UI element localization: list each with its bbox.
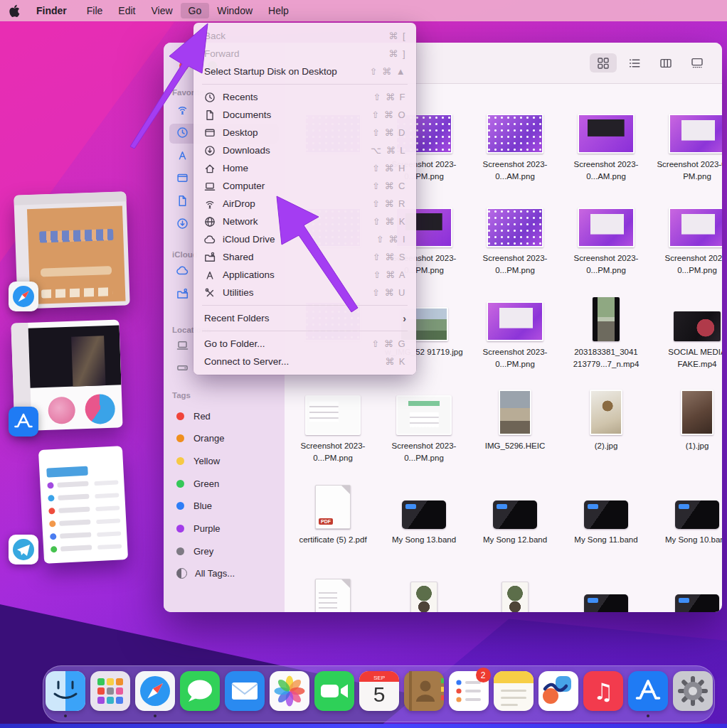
- sidebar-all-tags[interactable]: All Tags...: [169, 564, 279, 583]
- menu-item-applications[interactable]: Applications⇧ ⌘ A: [193, 266, 416, 284]
- menu-item-utilities[interactable]: Utilities⇧ ⌘ U: [193, 284, 416, 301]
- file-item[interactable]: [469, 567, 561, 612]
- file-item[interactable]: Screenshot 2023-0...PM.png: [287, 380, 378, 473]
- file-item[interactable]: Screenshot 2023-0...PM.png: [378, 380, 469, 473]
- dock: SEP52♫: [43, 665, 715, 722]
- menubar-item-edit[interactable]: Edit: [110, 3, 143, 18]
- computer-icon: [204, 181, 223, 192]
- file-item[interactable]: [378, 567, 469, 612]
- file-thumbnail: [469, 98, 561, 154]
- dock-notes-icon[interactable]: [493, 671, 534, 718]
- file-thumbnail: [561, 473, 652, 529]
- menu-item-back[interactable]: Back⌘ [: [193, 27, 416, 45]
- file-item[interactable]: Screenshot 2023-0...AM.png: [469, 98, 561, 192]
- icon-view-button[interactable]: [590, 53, 617, 73]
- preview-hero: [28, 325, 122, 387]
- menu-item-home[interactable]: Home⇧ ⌘ H: [193, 159, 416, 177]
- menu-item-forward[interactable]: Forward⌘ ]: [193, 45, 416, 63]
- file-item[interactable]: [561, 567, 652, 612]
- menu-item-shared[interactable]: Shared⇧ ⌘ S: [193, 248, 416, 266]
- apple-menu-icon[interactable]: [0, 4, 28, 17]
- file-item[interactable]: My Song 10.band: [652, 473, 722, 567]
- file-item[interactable]: Screenshot 2023-0...PM.png: [469, 286, 561, 380]
- menubar-item-go[interactable]: Go: [181, 3, 210, 18]
- dock-squiggle-app-icon[interactable]: [538, 671, 579, 718]
- menubar-item-file[interactable]: File: [79, 3, 111, 18]
- column-view-button[interactable]: [652, 53, 679, 73]
- file-item[interactable]: (2).jpg: [561, 380, 652, 473]
- sidebar-tag-green[interactable]: Green: [169, 474, 279, 493]
- expose-preview-telegram[interactable]: [38, 446, 128, 564]
- close-button[interactable]: [179, 61, 189, 70]
- menu-item-airdrop[interactable]: AirDrop⇧ ⌘ R: [193, 195, 416, 213]
- menu-item-computer[interactable]: Computer⇧ ⌘ C: [193, 177, 416, 195]
- file-item[interactable]: My Song 12.band: [469, 473, 561, 567]
- file-item[interactable]: (1).jpg: [652, 380, 722, 473]
- gallery-view-button[interactable]: [684, 53, 711, 73]
- file-item[interactable]: 203183381_3041 213779...7_n.mp4: [561, 286, 652, 380]
- menu-item-recents[interactable]: Recents⇧ ⌘ F: [193, 88, 416, 106]
- sidebar-tag-blue[interactable]: Blue: [169, 497, 279, 515]
- dock-app-store-icon[interactable]: [627, 671, 669, 718]
- dock-facetime-icon[interactable]: [314, 671, 355, 718]
- file-item[interactable]: Screenshot 2023-0...AM.png: [561, 98, 652, 192]
- menu-item-connect-to-server[interactable]: Connect to Server...⌘ K: [193, 353, 416, 370]
- dock-contacts-icon[interactable]: [403, 671, 445, 718]
- dock-messages-icon[interactable]: [179, 671, 221, 718]
- file-item[interactable]: My Song 11.band: [561, 473, 652, 567]
- file-item[interactable]: [287, 567, 378, 612]
- sidebar-tag-red[interactable]: Red: [169, 407, 279, 425]
- menu-item-icloud-drive[interactable]: iCloud Drive⇧ ⌘ I: [193, 230, 416, 248]
- menu-item-recent-folders[interactable]: Recent Folders›: [193, 309, 416, 327]
- sidebar-tag-yellow[interactable]: Yellow: [169, 451, 279, 470]
- menu-item-desktop[interactable]: Desktop⇧ ⌘ D: [193, 124, 416, 141]
- list-view-button[interactable]: [621, 53, 648, 73]
- file-name: Screenshot 2023-0...PM.png: [469, 346, 561, 370]
- file-item[interactable]: Screenshot 2023-0...PM.png: [561, 192, 652, 286]
- menubar-item-view[interactable]: View: [143, 3, 180, 18]
- file-item[interactable]: My Song 13.band: [378, 473, 469, 567]
- file-item[interactable]: Screenshot 2023-0...PM.png: [652, 192, 722, 286]
- dock-calendar-icon[interactable]: SEP5: [359, 671, 400, 718]
- sidebar-tag-orange[interactable]: Orange: [169, 429, 279, 448]
- menu-item-go-to-folder[interactable]: Go to Folder...⇧ ⌘ G: [193, 335, 416, 353]
- file-item[interactable]: IMG_5296.HEIC: [469, 380, 561, 473]
- file-item[interactable]: certificate (5) 2.pdf: [287, 473, 378, 567]
- file-name: 203183381_3041 213779...7_n.mp4: [561, 346, 652, 370]
- menubar-item-help[interactable]: Help: [260, 3, 297, 18]
- menu-item-shortcut: ⇧ ⌘ K: [373, 216, 406, 227]
- file-thumbnail: [469, 567, 561, 612]
- file-thumbnail: [287, 380, 378, 435]
- file-thumbnail: [378, 473, 469, 529]
- dock-launchpad-icon[interactable]: [90, 671, 131, 718]
- dock-reminders-icon[interactable]: 2: [448, 671, 489, 718]
- file-item[interactable]: [652, 567, 722, 612]
- menu-item-select-startup-disk-on-desktop[interactable]: Select Startup Disk on Desktop⇧ ⌘ ▲: [193, 63, 416, 80]
- file-name: Screenshot 2023-0...AM.png: [469, 159, 561, 182]
- dock-mail-icon[interactable]: [224, 671, 265, 718]
- file-thumbnail: [652, 286, 722, 341]
- menubar-item-window[interactable]: Window: [209, 3, 260, 18]
- sidebar-tag-purple[interactable]: Purple: [169, 520, 279, 538]
- dock-finder-icon[interactable]: [45, 671, 86, 718]
- sidebar-tag-grey[interactable]: Grey: [169, 542, 279, 560]
- shared-icon: [176, 288, 189, 303]
- menu-item-label: AirDrop: [223, 198, 255, 209]
- preview-message-line: [97, 544, 122, 550]
- file-item[interactable]: SOCIAL MEDIA FAKE.mp4: [652, 286, 722, 380]
- airdrop-icon: [204, 198, 223, 210]
- svg-text:5: 5: [373, 682, 385, 706]
- tag-label: Green: [193, 478, 219, 489]
- menu-item-downloads[interactable]: Downloads⌥ ⌘ L: [193, 141, 416, 159]
- menu-item-documents[interactable]: Documents⇧ ⌘ O: [193, 106, 416, 124]
- menu-item-label: Documents: [223, 109, 271, 120]
- menubar-item-finder[interactable]: Finder: [28, 3, 75, 18]
- dock-music-icon[interactable]: ♫: [583, 671, 624, 718]
- dock-photos-icon[interactable]: [269, 671, 310, 718]
- dock-safari-icon[interactable]: [134, 671, 176, 718]
- menu-item-network[interactable]: Network⇧ ⌘ K: [193, 213, 416, 230]
- file-item[interactable]: Screenshot 2023-0...PM.png: [469, 192, 561, 286]
- file-item[interactable]: Screenshot 2023-0...1 PM.png: [652, 98, 722, 192]
- svg-text:SEP: SEP: [373, 675, 384, 681]
- dock-system-settings-icon[interactable]: [672, 671, 713, 718]
